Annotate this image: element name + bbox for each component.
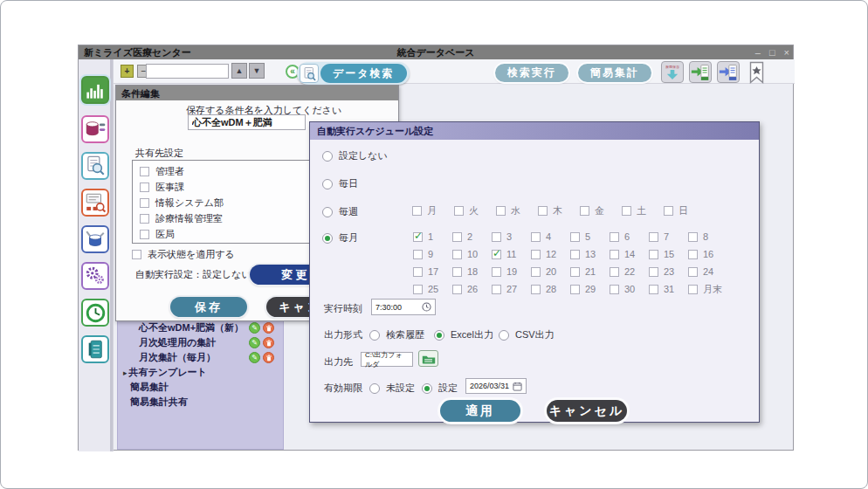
saved-condition-item[interactable]: 簡易集計 <box>118 380 283 395</box>
day-checkbox[interactable] <box>622 206 631 216</box>
sidebar-scrollbar[interactable] <box>110 59 113 451</box>
option-daily[interactable]: 毎日 <box>322 177 358 190</box>
search-exec-button[interactable]: 検索実行 <box>495 64 568 82</box>
day-option[interactable]: 7 <box>649 231 688 242</box>
delete-icon[interactable] <box>263 337 274 348</box>
day-option[interactable]: 12 <box>531 249 570 259</box>
day-option[interactable]: 20 <box>531 266 570 277</box>
condition-name-input[interactable] <box>188 114 306 130</box>
day-checkbox[interactable] <box>452 250 462 259</box>
option-none[interactable]: 設定しない <box>322 149 388 162</box>
day-option[interactable]: 16 <box>688 249 727 259</box>
day-option[interactable]: 9 <box>413 249 452 259</box>
day-checkbox[interactable] <box>531 285 541 294</box>
option-daily-radio[interactable] <box>322 179 333 189</box>
day-checkbox[interactable] <box>454 206 464 216</box>
day-option[interactable]: 火 <box>454 204 496 217</box>
option-none-radio[interactable] <box>322 151 333 162</box>
saved-condition-item[interactable]: ▸ 共有テンプレート <box>118 365 283 380</box>
edit-icon[interactable]: ✎ <box>249 322 260 334</box>
day-checkbox[interactable] <box>570 285 580 294</box>
history-save-button[interactable]: 履歴保存 <box>661 61 684 83</box>
share-option-checkbox[interactable] <box>140 167 149 176</box>
day-checkbox[interactable] <box>531 267 541 277</box>
saved-condition-item[interactable]: 月次集計（毎月） ✎ <box>118 350 283 365</box>
browse-folder-button[interactable] <box>418 350 438 367</box>
day-option[interactable]: 13 <box>570 249 610 259</box>
day-option[interactable]: 31 <box>649 284 688 294</box>
day-checkbox[interactable] <box>492 285 501 294</box>
nav-filter-input[interactable] <box>146 64 229 79</box>
day-checkbox[interactable] <box>452 267 462 277</box>
day-option[interactable]: 17 <box>413 266 452 277</box>
sidebar-item-db-maintenance[interactable] <box>81 225 109 253</box>
day-option[interactable]: 27 <box>492 284 531 294</box>
day-checkbox[interactable] <box>492 250 501 259</box>
day-checkbox[interactable] <box>452 285 462 294</box>
day-option[interactable]: 日 <box>664 204 706 217</box>
day-option[interactable]: 土 <box>622 204 664 217</box>
day-checkbox[interactable] <box>649 267 658 277</box>
day-option[interactable]: 22 <box>610 266 649 277</box>
day-option[interactable]: 4 <box>531 231 570 242</box>
edit-icon[interactable]: ✎ <box>249 352 260 363</box>
day-option[interactable]: 28 <box>531 284 570 294</box>
day-checkbox[interactable] <box>649 250 658 259</box>
day-option[interactable]: 5 <box>570 231 610 242</box>
output-format-excel[interactable]: Excel出力 <box>434 328 493 341</box>
sidebar-item-diagram-search[interactable] <box>81 189 109 217</box>
day-checkbox[interactable] <box>531 232 541 242</box>
day-option[interactable]: 2 <box>452 231 492 242</box>
day-option[interactable]: 25 <box>413 284 452 294</box>
day-option[interactable]: 月末 <box>688 283 727 296</box>
share-option-checkbox[interactable] <box>140 214 149 224</box>
day-option[interactable]: 14 <box>610 249 649 259</box>
sidebar-item-notebook[interactable] <box>81 335 109 363</box>
data-search-group[interactable]: データ検索 <box>297 62 410 85</box>
day-checkbox[interactable] <box>688 285 698 294</box>
day-option[interactable]: 10 <box>452 249 492 259</box>
add-button[interactable]: + <box>121 65 134 78</box>
day-option[interactable]: 8 <box>688 231 727 242</box>
day-option[interactable]: 6 <box>610 231 649 242</box>
day-checkbox[interactable] <box>412 206 422 216</box>
simple-agg-button[interactable]: 簡易集計 <box>578 64 651 82</box>
day-option[interactable]: 1 <box>413 231 452 242</box>
saved-condition-item[interactable]: 心不全wDM+肥満（新） ✎ <box>118 320 283 335</box>
day-checkbox[interactable] <box>649 285 658 294</box>
day-option[interactable]: 水 <box>496 204 538 217</box>
output-format-history[interactable]: 検索履歴 <box>369 328 424 341</box>
day-checkbox[interactable] <box>531 250 541 259</box>
output-excel-radio[interactable] <box>434 330 444 341</box>
day-option[interactable]: 21 <box>570 266 610 277</box>
option-weekly[interactable]: 毎週 <box>322 205 358 218</box>
expiry-unset-option[interactable]: 未設定 <box>369 382 415 395</box>
option-weekly-radio[interactable] <box>322 207 333 217</box>
edit-icon[interactable]: ✎ <box>249 337 260 348</box>
day-checkbox[interactable] <box>413 267 423 277</box>
delete-icon[interactable] <box>263 322 274 334</box>
day-option[interactable]: 木 <box>538 204 580 217</box>
output-csv-radio[interactable] <box>499 330 509 341</box>
expiry-date-field[interactable]: 2026/03/31 <box>465 378 527 394</box>
bookmark-button[interactable] <box>747 61 766 84</box>
day-checkbox[interactable] <box>538 206 548 216</box>
day-option[interactable]: 11 <box>492 249 531 259</box>
sidebar-item-settings[interactable] <box>81 262 109 290</box>
day-checkbox[interactable] <box>610 232 619 242</box>
apply-display-state-option[interactable]: 表示状態を適用する <box>132 248 235 261</box>
day-option[interactable]: 29 <box>570 284 610 294</box>
day-option[interactable]: 18 <box>452 266 492 277</box>
share-option-checkbox[interactable] <box>140 183 149 192</box>
day-checkbox[interactable] <box>664 206 673 216</box>
move-down-button[interactable]: ▼ <box>249 63 265 79</box>
day-checkbox[interactable] <box>413 285 423 294</box>
day-option[interactable]: 24 <box>688 266 727 277</box>
saved-condition-item[interactable]: 月次処理用の集計 ✎ <box>118 335 283 350</box>
excel-export-button[interactable] <box>689 61 712 83</box>
day-checkbox[interactable] <box>649 232 658 242</box>
option-monthly[interactable]: 毎月 <box>322 231 358 244</box>
day-option[interactable]: 月 <box>412 204 454 217</box>
day-checkbox[interactable] <box>492 267 501 277</box>
minimize-button[interactable]: – <box>755 47 761 58</box>
